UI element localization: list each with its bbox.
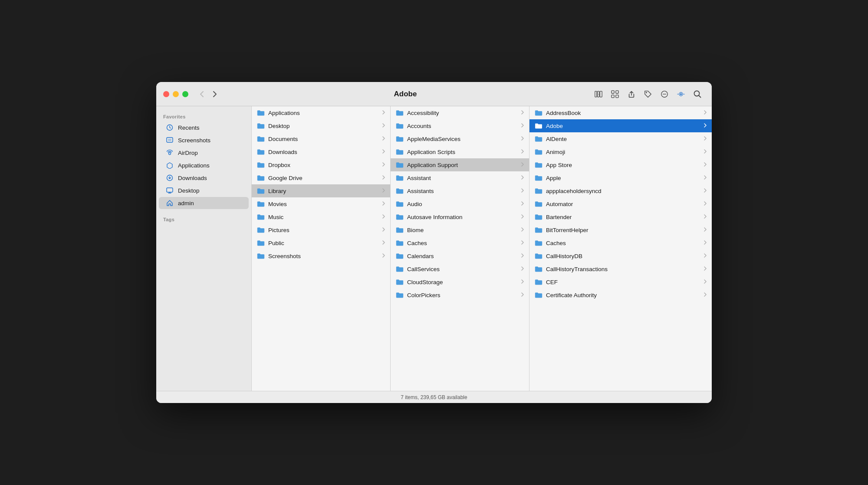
column-item[interactable]: CallServices xyxy=(391,262,529,275)
view-options-button[interactable] xyxy=(674,88,688,101)
column-item[interactable]: CEF xyxy=(529,275,712,288)
column-item[interactable]: Music xyxy=(252,210,390,223)
item-label: Adobe xyxy=(546,123,700,129)
svg-rect-1 xyxy=(598,91,599,97)
column-item[interactable]: Calendars xyxy=(391,249,529,262)
sidebar-item-airdrop[interactable]: AirDrop xyxy=(159,147,249,159)
sidebar-item-recents[interactable]: Recents xyxy=(159,121,249,134)
column-item[interactable]: Applications xyxy=(252,106,390,119)
chevron-right-icon xyxy=(382,175,385,180)
item-label: Caches xyxy=(407,240,518,246)
column-item[interactable]: Bartender xyxy=(529,210,712,223)
chevron-right-icon xyxy=(521,136,524,141)
column-item[interactable]: AppleMediaServices xyxy=(391,132,529,145)
column-item[interactable]: App Store xyxy=(529,158,712,171)
search-button[interactable] xyxy=(690,88,705,101)
column-item[interactable]: Public xyxy=(252,236,390,249)
chevron-right-icon xyxy=(521,227,524,233)
column-item[interactable]: Caches xyxy=(391,236,529,249)
folder-icon xyxy=(257,253,265,259)
column-item[interactable]: Certificate Authority xyxy=(529,288,712,301)
column-item[interactable]: Documents xyxy=(252,132,390,145)
downloads-icon xyxy=(166,174,174,182)
folder-icon xyxy=(535,149,542,155)
column-item[interactable]: AddressBook xyxy=(529,106,712,119)
tag-button[interactable] xyxy=(641,88,655,101)
chevron-right-icon xyxy=(382,227,385,233)
column-item[interactable]: Autosave Information xyxy=(391,210,529,223)
close-button[interactable] xyxy=(163,91,169,97)
column-item[interactable]: AlDente xyxy=(529,132,712,145)
folder-icon xyxy=(396,253,404,259)
chevron-right-icon xyxy=(521,201,524,206)
column-item[interactable]: Automator xyxy=(529,197,712,210)
svg-point-11 xyxy=(665,93,666,94)
desktop-icon xyxy=(166,187,174,194)
sidebar-item-screenshots[interactable]: Screenshots xyxy=(159,134,249,146)
column-item[interactable]: Assistants xyxy=(391,184,529,197)
column-item[interactable]: Accessibility xyxy=(391,106,529,119)
column-item[interactable]: BitTorrentHelper xyxy=(529,223,712,236)
grid-view-button[interactable] xyxy=(608,88,622,101)
column-item[interactable]: Animoji xyxy=(529,145,712,158)
column-item[interactable]: Downloads xyxy=(252,145,390,158)
chevron-right-icon xyxy=(521,253,524,259)
column-item[interactable]: Application Support xyxy=(391,158,529,171)
svg-rect-17 xyxy=(168,139,171,141)
chevron-right-icon xyxy=(382,110,385,115)
column-item[interactable]: Screenshots xyxy=(252,249,390,262)
item-label: Animoji xyxy=(546,149,700,155)
back-button[interactable] xyxy=(197,89,207,99)
sidebar-item-applications-label: Applications xyxy=(178,162,210,169)
svg-point-9 xyxy=(663,93,664,94)
forward-button[interactable] xyxy=(210,89,220,99)
sidebar-item-admin[interactable]: admin xyxy=(159,197,249,209)
folder-icon xyxy=(535,188,542,194)
column-item[interactable]: Library xyxy=(252,184,390,197)
column-item[interactable]: Pictures xyxy=(252,223,390,236)
chevron-right-icon xyxy=(382,253,385,259)
column-item[interactable]: Movies xyxy=(252,197,390,210)
folder-icon xyxy=(396,292,404,298)
column-item[interactable]: ColorPickers xyxy=(391,288,529,301)
item-label: Accessibility xyxy=(407,110,518,116)
column-view-button[interactable] xyxy=(591,88,606,101)
column-item[interactable]: Accounts xyxy=(391,119,529,132)
share-button[interactable] xyxy=(624,88,639,101)
item-label: appplaceholdersyncd xyxy=(546,188,700,194)
column-item[interactable]: Apple xyxy=(529,171,712,184)
column-item[interactable]: Caches xyxy=(529,236,712,249)
minimize-button[interactable] xyxy=(173,91,179,97)
column-item[interactable]: Audio xyxy=(391,197,529,210)
column-item[interactable]: Google Drive xyxy=(252,171,390,184)
column-item[interactable]: Application Scripts xyxy=(391,145,529,158)
column-item[interactable]: Assistant xyxy=(391,171,529,184)
svg-rect-20 xyxy=(167,188,173,192)
folder-icon xyxy=(257,110,265,116)
item-label: Google Drive xyxy=(268,175,379,181)
column-item[interactable]: Biome xyxy=(391,223,529,236)
chevron-right-icon xyxy=(521,188,524,193)
column-item[interactable]: Desktop xyxy=(252,119,390,132)
sidebar-item-desktop[interactable]: Desktop xyxy=(159,184,249,197)
folder-icon xyxy=(535,240,542,246)
column-item[interactable]: CloudStorage xyxy=(391,275,529,288)
column-item[interactable]: appplaceholdersyncd xyxy=(529,184,712,197)
item-label: Automator xyxy=(546,201,700,207)
column-item[interactable]: CallHistoryTransactions xyxy=(529,262,712,275)
more-button[interactable] xyxy=(657,88,672,101)
column-item[interactable]: Dropbox xyxy=(252,158,390,171)
folder-icon xyxy=(535,266,542,272)
chevron-right-icon xyxy=(382,214,385,220)
folder-icon xyxy=(396,227,404,233)
sidebar-item-downloads[interactable]: Downloads xyxy=(159,172,249,184)
column-item[interactable]: Adobe xyxy=(529,119,712,132)
chevron-right-icon xyxy=(521,240,524,246)
svg-point-13 xyxy=(680,93,682,95)
sidebar-item-applications[interactable]: Applications xyxy=(159,159,249,171)
maximize-button[interactable] xyxy=(182,91,188,97)
sidebar-item-desktop-label: Desktop xyxy=(178,187,200,194)
item-label: Biome xyxy=(407,227,518,233)
item-label: Caches xyxy=(546,240,700,246)
column-item[interactable]: CallHistoryDB xyxy=(529,249,712,262)
